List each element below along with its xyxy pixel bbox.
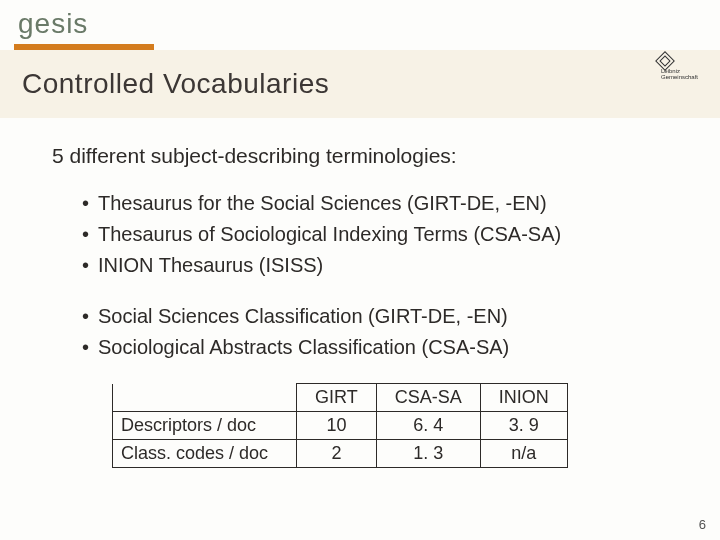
cell: 2 [297, 440, 377, 468]
list-item: Thesaurus of Sociological Indexing Terms… [82, 219, 680, 250]
gesis-logo: gesis [18, 8, 720, 40]
page-number: 6 [699, 517, 706, 532]
table-row: Descriptors / doc 10 6. 4 3. 9 [113, 412, 568, 440]
cell: 3. 9 [480, 412, 567, 440]
cell: 6. 4 [376, 412, 480, 440]
bullet-group-thesauri: Thesaurus for the Social Sciences (GIRT-… [82, 188, 680, 281]
bullet-group-classifications: Social Sciences Classification (GIRT-DE,… [82, 301, 680, 363]
row-label: Descriptors / doc [113, 412, 297, 440]
list-item: Social Sciences Classification (GIRT-DE,… [82, 301, 680, 332]
row-label: Class. codes / doc [113, 440, 297, 468]
table-corner [113, 384, 297, 412]
header: gesis Leibniz Gemeinschaft Controlled Vo… [0, 0, 720, 118]
slide-content: 5 different subject-describing terminolo… [0, 118, 720, 468]
col-header: INION [480, 384, 567, 412]
cell: 1. 3 [376, 440, 480, 468]
leibniz-text: Leibniz Gemeinschaft [661, 68, 698, 80]
table-row: Class. codes / doc 2 1. 3 n/a [113, 440, 568, 468]
list-item: Sociological Abstracts Classification (C… [82, 332, 680, 363]
leibniz-logo: Leibniz Gemeinschaft [658, 50, 704, 76]
intro-line: 5 different subject-describing terminolo… [52, 144, 680, 168]
list-item: Thesaurus for the Social Sciences (GIRT-… [82, 188, 680, 219]
col-header: CSA-SA [376, 384, 480, 412]
col-header: GIRT [297, 384, 377, 412]
cell: 10 [297, 412, 377, 440]
stats-table: GIRT CSA-SA INION Descriptors / doc 10 6… [112, 383, 568, 468]
list-item: INION Thesaurus (ISISS) [82, 250, 680, 281]
page-title: Controlled Vocabularies [22, 68, 720, 100]
title-band: Controlled Vocabularies [0, 50, 720, 118]
cell: n/a [480, 440, 567, 468]
